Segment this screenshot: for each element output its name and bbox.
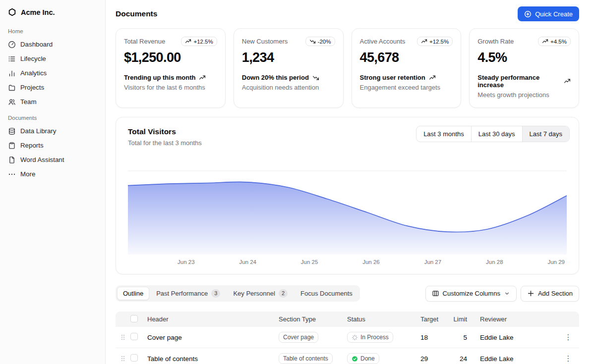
drag-handle[interactable]: [116, 355, 130, 362]
grip-vertical-icon: [119, 355, 126, 362]
tab-key-personnel[interactable]: Key Personnel2: [227, 287, 294, 300]
columns-icon: [432, 290, 439, 297]
customize-columns-label: Customize Columns: [443, 290, 500, 297]
stat-foot-secondary: Engagement exceed targets: [360, 84, 453, 91]
x-axis-label: Jun 25: [301, 259, 318, 265]
sidebar-item-dashboard[interactable]: Dashboard: [4, 37, 101, 52]
stat-title: Active Accounts: [360, 37, 406, 45]
tab-label: Outline: [123, 290, 143, 297]
section-type-badge: Table of contents: [279, 353, 333, 364]
stat-foot-secondary: Acquisition needs attention: [242, 84, 335, 91]
analytics-icon: [8, 69, 16, 77]
row-header: Table of contents: [147, 355, 279, 363]
sidebar-item-more[interactable]: More: [4, 167, 101, 181]
main-area: Documents Quick Create Total Revenue+12.…: [106, 0, 595, 364]
stat-foot-primary: Steady performance increase: [477, 74, 571, 89]
tab-count-badge: 2: [279, 289, 288, 298]
stat-foot-secondary: Visitors for the last 6 months: [124, 84, 217, 91]
row-reviewer: Eddie Lake: [475, 355, 557, 363]
trend-badge: +4.5%: [538, 37, 571, 46]
sidebar-item-analytics[interactable]: Analytics: [4, 66, 101, 80]
trend-delta: +12.5%: [429, 39, 449, 45]
done-icon: [352, 356, 358, 362]
trend-down-icon: [312, 74, 319, 81]
trend-delta: +12.5%: [193, 39, 213, 45]
sidebar-item-label: Lifecycle: [20, 55, 46, 62]
row-reviewer: Eddie Lake: [475, 334, 557, 341]
workspace-switcher[interactable]: Acme Inc.: [4, 5, 101, 22]
row-limit: 5: [438, 334, 475, 341]
row-checkbox[interactable]: [130, 333, 138, 340]
chart-area: Jun 23Jun 24Jun 25Jun 26Jun 27Jun 28Jun …: [128, 170, 567, 267]
app-root: Acme Inc. HomeDashboardLifecycleAnalytic…: [0, 0, 595, 364]
row-menu-button[interactable]: ⋮: [557, 354, 579, 363]
logo-icon: [8, 8, 16, 16]
stat-value: 1,234: [242, 50, 335, 65]
sidebar-item-projects[interactable]: Projects: [4, 80, 101, 95]
sidebar-item-label: Reports: [20, 142, 44, 149]
sidebar-item-team[interactable]: Team: [4, 95, 101, 109]
customize-columns-button[interactable]: Customize Columns: [425, 286, 517, 302]
tab-outline[interactable]: Outline: [117, 287, 149, 300]
stat-card-active-accounts: Active Accounts+12.5%45,678Strong user r…: [352, 28, 462, 108]
more-icon: [8, 170, 16, 178]
trend-delta: -20%: [318, 39, 331, 45]
grip-vertical-icon: [119, 334, 126, 341]
range-last-30-days[interactable]: Last 30 days: [471, 126, 522, 142]
tab-label: Focus Documents: [300, 290, 353, 297]
status-badge: In Process: [347, 332, 393, 343]
quick-create-button[interactable]: Quick Create: [518, 6, 579, 21]
stat-foot-primary: Strong user retention: [360, 74, 453, 81]
tab-count-badge: 3: [211, 289, 220, 298]
stat-title: Growth Rate: [477, 37, 514, 45]
tab-past-performance[interactable]: Past Performance3: [150, 287, 226, 300]
loader-icon: [352, 334, 358, 341]
column-status: Status: [347, 315, 409, 323]
dashboard-icon: [8, 41, 16, 49]
report-icon: [8, 142, 16, 150]
range-last-3-months[interactable]: Last 3 months: [416, 126, 471, 142]
range-last-7-days[interactable]: Last 7 days: [522, 126, 570, 142]
tabs-list: OutlinePast Performance3Key Personnel2Fo…: [116, 285, 360, 302]
stat-foot-primary: Down 20% this period: [242, 74, 335, 81]
sidebar-group-label: Home: [4, 22, 101, 37]
page-header: Documents Quick Create: [106, 0, 595, 26]
lifecycle-icon: [8, 55, 16, 63]
row-header: Cover page: [147, 334, 279, 341]
sidebar-item-label: More: [20, 170, 35, 178]
sidebar-item-label: Data Library: [20, 127, 56, 135]
select-all-checkbox[interactable]: [130, 315, 138, 322]
section-type-badge: Cover page: [279, 332, 318, 343]
chart-area-fill: [128, 182, 567, 255]
table-header-row: Header Section Type Status Target Limit …: [116, 312, 579, 327]
sidebar-item-label: Analytics: [20, 69, 47, 77]
sidebar-item-lifecycle[interactable]: Lifecycle: [4, 52, 101, 66]
trend-up-icon: [199, 74, 206, 81]
x-axis-label: Jun 27: [424, 259, 442, 265]
column-reviewer: Reviewer: [475, 315, 557, 323]
projects-icon: [8, 84, 16, 92]
tab-focus-documents[interactable]: Focus Documents: [295, 287, 358, 300]
stat-foot-secondary: Meets growth projections: [477, 91, 571, 99]
drag-handle[interactable]: [116, 334, 130, 341]
stat-value: $1,250.00: [124, 50, 217, 65]
toolbar-actions: Customize Columns Ad: [425, 286, 579, 302]
tab-label: Past Performance: [156, 290, 208, 297]
sidebar-item-reports[interactable]: Reports: [4, 138, 101, 153]
workspace-name: Acme Inc.: [21, 8, 55, 16]
row-checkbox[interactable]: [130, 354, 138, 362]
sidebar-item-word-assistant[interactable]: Word Assistant: [4, 153, 101, 167]
sidebar: Acme Inc. HomeDashboardLifecycleAnalytic…: [0, 0, 106, 364]
sidebar-item-data-library[interactable]: Data Library: [4, 124, 101, 138]
stat-card-new-customers: New Customers-20%1,234Down 20% this peri…: [234, 28, 344, 108]
status-label: Done: [360, 355, 375, 362]
status-badge: Done: [347, 353, 379, 364]
trend-up-icon: [564, 78, 571, 85]
stat-value: 4.5%: [477, 50, 571, 65]
row-menu-button[interactable]: ⋮: [557, 333, 579, 342]
stat-card-growth-rate: Growth Rate+4.5%4.5%Steady performance i…: [469, 28, 579, 108]
chevron-down-icon: [504, 290, 510, 297]
add-section-button[interactable]: Add Section: [521, 286, 579, 302]
trend-delta: +4.5%: [550, 39, 567, 45]
x-axis-label: Jun 29: [547, 259, 565, 265]
